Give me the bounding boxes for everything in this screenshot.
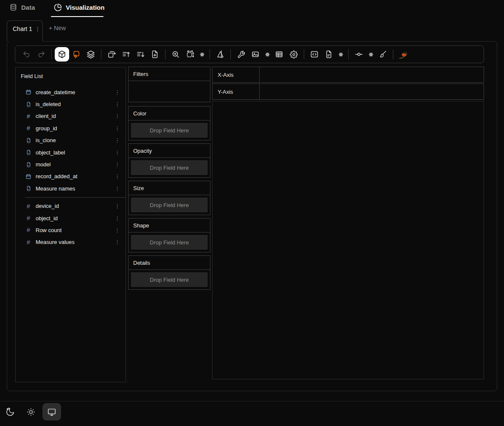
field-list-divider [25,197,126,198]
system-theme-button[interactable] [42,403,61,420]
field-list-item[interactable]: is_clone ⋮ [16,135,126,146]
field-menu-icon[interactable]: ⋮ [113,149,121,156]
field-name: model [36,161,50,168]
document-export-button[interactable] [322,47,336,62]
field-menu-icon[interactable]: ⋮ [113,89,121,95]
field-name: create_datetime [36,89,75,95]
field-menu-icon[interactable]: ⋮ [113,101,121,107]
undo-button[interactable] [20,47,34,62]
drop-zone[interactable]: Drop Field Here [131,160,207,175]
file-add-button[interactable] [148,47,162,62]
field-menu-icon[interactable]: ⋮ [113,203,121,209]
y-axis-label: Y-Axis [213,84,260,99]
lasso-select-tool-button[interactable] [69,47,84,62]
field-list-item[interactable]: # group_id ⋮ [16,122,126,134]
encoding-shelf-label: Shape [129,219,210,233]
field-name: Measure names [36,185,75,192]
toolbar-separator [210,49,210,59]
field-menu-icon[interactable]: ⋮ [113,185,121,192]
light-theme-button[interactable] [22,403,40,420]
box-3d-tool-button[interactable] [55,47,69,62]
chart-tab[interactable]: Chart 1 ⋮ [7,20,43,42]
dark-theme-button[interactable] [1,403,20,420]
field-list-item[interactable]: Measure names ⋮ [16,182,126,194]
drop-zone[interactable]: Drop Field Here [131,198,207,212]
field-list-item[interactable]: create_datetime ⋮ [16,86,126,98]
tab-visualization[interactable]: Visualization [54,3,104,11]
toolbar [15,45,484,63]
encoding-shelf-label: Details [129,256,210,270]
commit-slider-settings-icon[interactable] [366,47,375,62]
new-chart-button[interactable]: + New [49,25,66,31]
field-menu-icon[interactable]: ⋮ [113,215,121,221]
calendar-icon [25,89,32,95]
field-name: is_clone [36,137,56,143]
field-menu-icon[interactable]: ⋮ [113,227,121,233]
embed-code-button[interactable] [307,47,322,62]
number-field-icon: # [25,203,32,210]
image-export-button[interactable] [248,47,263,62]
field-name: record_added_at [36,173,77,179]
canvas-size-settings-icon[interactable] [197,47,207,62]
visualization-workspace: Field List create_datetime ⋮ is_deleted … [7,41,497,391]
image-export-settings-icon[interactable] [263,47,272,62]
drop-zone[interactable]: Drop Field Here [131,235,207,249]
text-field-icon [25,162,32,168]
field-menu-icon[interactable]: ⋮ [113,173,121,179]
field-menu-icon[interactable]: ⋮ [113,113,121,119]
field-list-item[interactable]: model ⋮ [16,158,126,170]
x-axis-label: X-Axis [213,67,260,82]
field-list-item[interactable]: # device_id ⋮ [16,200,126,212]
field-name: device_id [36,203,59,209]
measure-fields: # device_id ⋮ # object_id ⋮ # Row count … [16,200,126,249]
layers-tool-button[interactable] [84,47,98,62]
canvas-size-button[interactable] [183,47,197,62]
tab-data[interactable]: Data [9,3,35,11]
commit-slider-button[interactable] [352,47,366,62]
redo-button[interactable] [34,47,48,62]
chart-tab-label: Chart 1 [13,25,32,32]
toolbar-separator [393,49,393,59]
settings-button[interactable] [286,47,301,62]
field-menu-icon[interactable]: ⋮ [113,161,121,168]
field-name: is_deleted [36,101,61,107]
field-menu-icon[interactable]: ⋮ [113,125,121,132]
drop-zone[interactable]: Drop Field Here [131,272,207,287]
text-field-icon [25,101,32,107]
chart-tab-menu-icon[interactable]: ⋮ [35,25,40,33]
field-list-panel: Field List create_datetime ⋮ is_deleted … [15,67,126,382]
data-table-button[interactable] [272,47,286,62]
field-name: group_id [36,125,57,132]
y-axis-drop-area[interactable] [260,84,484,99]
text-field-icon [25,149,32,155]
x-axis-drop-area[interactable] [260,67,484,82]
field-list-item[interactable]: # Measure values ⋮ [16,236,126,248]
angle-ruler-button[interactable] [213,47,227,62]
move-to-top-button[interactable] [119,47,133,62]
wrench-button[interactable] [234,47,248,62]
field-list-item[interactable]: record_added_at ⋮ [16,171,126,182]
field-list-item[interactable]: # Row count ⋮ [16,224,126,236]
document-export-settings-icon[interactable] [336,47,345,62]
field-menu-icon[interactable]: ⋮ [113,137,121,143]
tab-data-label: Data [21,4,35,11]
drop-zone[interactable]: Drop Field Here [131,123,207,137]
filters-drop-area[interactable] [129,81,210,101]
field-menu-icon[interactable]: ⋮ [113,239,121,245]
encoding-shelf-label: Size [129,181,210,195]
field-list-item[interactable]: # client_id ⋮ [16,110,126,122]
field-list-title: Field List [16,72,126,86]
filters-shelf-label: Filters [129,67,210,81]
chart-canvas[interactable] [212,101,484,379]
zoom-in-tool-button[interactable] [168,47,183,62]
axes-area: X-Axis Y-Axis [212,67,484,101]
move-to-bottom-button[interactable] [133,47,148,62]
rotate-tool-button[interactable] [104,47,119,62]
field-list-item[interactable]: # object_id ⋮ [16,212,126,224]
bird-logo-icon[interactable] [396,47,411,62]
paintbrush-button[interactable] [375,47,390,62]
toolbar-separator [165,49,165,59]
field-list-item[interactable]: object_label ⋮ [16,146,126,158]
field-list-item[interactable]: is_deleted ⋮ [16,98,126,110]
theme-switcher [1,403,61,420]
